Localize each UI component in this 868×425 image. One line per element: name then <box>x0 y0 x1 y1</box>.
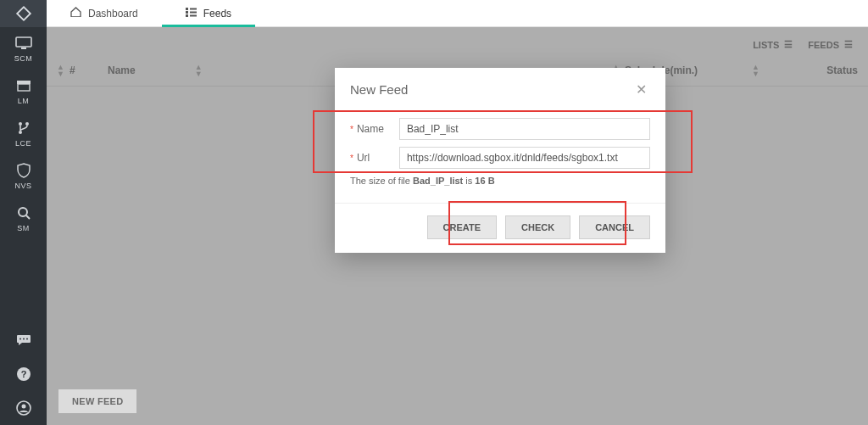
sidebar-item-label: SCM <box>14 54 33 63</box>
required-marker: * <box>350 125 353 134</box>
sidebar-item-sm[interactable]: SM <box>0 197 47 239</box>
name-input[interactable] <box>399 118 650 140</box>
cancel-button[interactable]: CANCEL <box>579 215 650 239</box>
svg-rect-18 <box>186 11 188 14</box>
sidebar-item-nvs[interactable]: NVS <box>0 154 47 197</box>
tab-label: Feeds <box>203 8 231 20</box>
new-feed-modal: New Feed ✕ * Name * Url The size of file… <box>335 68 665 253</box>
form-row-name: * Name <box>350 118 650 140</box>
tab-label: Dashboard <box>88 8 138 20</box>
field-label: Name <box>357 123 399 135</box>
top-tabs: Dashboard Feeds <box>47 0 868 27</box>
search-icon <box>15 205 32 221</box>
svg-point-7 <box>19 131 22 134</box>
main-area: Dashboard Feeds LISTS ☰ FEEDS ☰ ▲▼ # Nam… <box>47 0 868 425</box>
svg-rect-4 <box>18 84 30 91</box>
close-icon: ✕ <box>636 82 647 97</box>
svg-text:?: ? <box>20 369 26 379</box>
svg-line-9 <box>26 215 30 219</box>
svg-point-12 <box>26 338 28 340</box>
svg-rect-20 <box>190 8 197 9</box>
left-sidebar: SCM LM LCE NVS SM ? <box>0 0 47 425</box>
svg-point-16 <box>21 405 25 409</box>
tab-feeds[interactable]: Feeds <box>162 0 255 26</box>
svg-rect-21 <box>190 11 197 13</box>
sidebar-item-lce[interactable]: LCE <box>0 112 47 154</box>
new-feed-button[interactable]: NEW FEED <box>58 389 136 413</box>
url-input[interactable] <box>399 147 650 169</box>
tab-dashboard[interactable]: Dashboard <box>47 0 162 26</box>
svg-point-6 <box>25 122 29 126</box>
chat-bubble-icon <box>16 333 31 347</box>
shield-icon <box>15 163 32 178</box>
file-size-info: The size of file Bad_IP_list is 16 B <box>350 176 650 186</box>
field-label: Url <box>357 152 399 164</box>
svg-rect-1 <box>16 37 31 47</box>
modal-title: New Feed <box>350 82 408 97</box>
create-button[interactable]: CREATE <box>427 215 497 239</box>
svg-point-10 <box>19 338 21 340</box>
svg-rect-22 <box>190 14 197 16</box>
info-size: 16 B <box>475 176 494 186</box>
info-filename: Bad_IP_list <box>413 176 463 186</box>
form-row-url: * Url <box>350 147 650 169</box>
list-icon <box>186 8 197 20</box>
sidebar-item-scm[interactable]: SCM <box>0 27 47 70</box>
sidebar-chat-icon[interactable] <box>0 323 47 357</box>
help-icon: ? <box>16 366 31 382</box>
svg-point-8 <box>19 208 27 216</box>
sidebar-item-label: SM <box>17 224 30 232</box>
check-button[interactable]: CHECK <box>505 215 570 239</box>
required-marker: * <box>350 154 353 163</box>
svg-rect-19 <box>186 14 188 17</box>
svg-rect-17 <box>186 8 188 10</box>
svg-rect-2 <box>21 48 26 49</box>
monitor-icon <box>15 36 32 51</box>
svg-rect-0 <box>17 7 31 20</box>
sidebar-item-label: NVS <box>14 182 31 190</box>
sidebar-item-label: LCE <box>15 139 31 148</box>
svg-point-11 <box>23 338 25 340</box>
sidebar-help-icon[interactable]: ? <box>0 357 47 391</box>
modal-close-button[interactable]: ✕ <box>632 80 650 99</box>
branch-icon <box>15 120 32 136</box>
sidebar-user-icon[interactable] <box>0 391 47 425</box>
user-icon <box>16 400 31 416</box>
app-logo <box>0 0 47 27</box>
archive-icon <box>15 78 32 93</box>
logo-diamond-icon <box>14 4 33 23</box>
home-icon <box>70 7 81 20</box>
sidebar-item-label: LM <box>18 97 30 105</box>
svg-point-5 <box>19 122 22 126</box>
sidebar-item-lm[interactable]: LM <box>0 70 47 112</box>
